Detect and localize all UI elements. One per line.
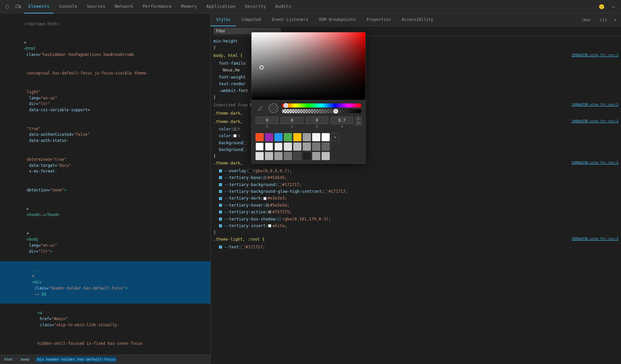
color-preview[interactable] [268, 103, 278, 113]
html-line-selected[interactable]: ... <div class="header-holder has-defaul… [0, 261, 210, 304]
hue-thumb[interactable] [284, 103, 288, 108]
tertiary-invert-checkbox[interactable] [219, 224, 222, 228]
swatch[interactable] [265, 133, 273, 141]
hue-slider[interactable] [282, 103, 361, 108]
swatch[interactable] [312, 152, 320, 160]
device-icon[interactable] [13, 2, 23, 11]
color-gradient[interactable] [252, 32, 365, 100]
html-line[interactable]: <body lang="en-us" dir="ltr"> [0, 224, 210, 261]
html-line[interactable]: <head>…</head> [0, 200, 210, 224]
tertiary-bg-glow-checkbox[interactable] [219, 190, 222, 193]
swatch[interactable] [322, 143, 330, 151]
swatch[interactable] [312, 133, 320, 141]
swatch[interactable] [284, 133, 292, 141]
text-var-checkbox[interactable] [219, 245, 222, 249]
css-source2[interactable]: 2d9bb338.site-ltr.css:2 [572, 118, 618, 124]
tertiary-invert-swatch[interactable] [268, 224, 271, 228]
html-line[interactable]: <html class="hasSidebar hasPageActions h… [0, 33, 210, 64]
tertiary-bg-glow-swatch[interactable] [324, 190, 327, 193]
tertiary-box-shadow-swatch[interactable] [278, 217, 281, 221]
add-swatch[interactable]: + [331, 133, 339, 141]
alpha-slider[interactable] [282, 109, 361, 113]
swatch[interactable] [312, 143, 320, 151]
tab-accessibility[interactable]: Accessibility [396, 13, 439, 26]
swatch[interactable] [293, 133, 301, 141]
cls-button[interactable]: .cls [595, 17, 609, 23]
spinner-down[interactable]: ▼ [355, 121, 361, 125]
tab-properties[interactable]: Properties [361, 13, 396, 26]
html-line[interactable]: conceptual has-default-focus js-focus-vi… [0, 64, 210, 83]
swatch[interactable] [274, 143, 283, 151]
color-swatch[interactable] [233, 127, 237, 131]
swatch[interactable] [293, 143, 301, 151]
swatch[interactable] [293, 152, 301, 160]
tertiary-dark-checkbox[interactable] [219, 197, 222, 200]
alpha-thumb[interactable] [333, 109, 338, 114]
swatch[interactable] [284, 143, 292, 151]
overlay-swatch[interactable] [248, 169, 252, 173]
tertiary-bg-checkbox[interactable] [219, 183, 222, 186]
tab-network[interactable]: Network [111, 0, 137, 13]
html-line[interactable]: hidden-until-focused is-fixed has-inner-… [0, 334, 210, 353]
tab-console[interactable]: Console [55, 0, 82, 13]
breadcrumb-div[interactable]: div.header-holder.has-default-focus [36, 357, 117, 362]
tab-application[interactable]: Application [202, 0, 239, 13]
swatch[interactable] [256, 133, 264, 141]
hov-button[interactable]: :hov [579, 17, 593, 23]
html-line[interactable]: <!doctype html> [0, 15, 210, 33]
css-source[interactable]: 2d9bb338.site-ltr.css:2 [572, 52, 618, 58]
tertiary-dark-swatch[interactable] [263, 197, 267, 200]
tertiary-active-checkbox[interactable] [219, 210, 222, 214]
more-menu-icon[interactable]: ⋯ [609, 2, 618, 11]
text-var-swatch[interactable] [241, 245, 245, 249]
color-swatch[interactable] [233, 134, 237, 138]
css-source4[interactable]: 2d9bb338.site-ltr.css:2 [572, 236, 618, 242]
cursor-icon[interactable]: ⬡ [3, 2, 12, 11]
html-line[interactable]: determined="true" data-target="docs" x-m… [0, 150, 210, 181]
g-input[interactable] [280, 117, 303, 124]
b-input[interactable] [305, 117, 328, 124]
breadcrumb-html[interactable]: html [3, 357, 14, 362]
swatch[interactable] [256, 143, 264, 151]
tab-memory[interactable]: Memory [177, 0, 201, 13]
tertiary-bg-swatch[interactable] [278, 183, 281, 186]
emoji-icon[interactable]: 🙂 [597, 2, 606, 11]
tab-event-listeners[interactable]: Event Listeners [266, 13, 314, 26]
swatch[interactable] [322, 133, 330, 141]
html-line[interactable]: detection="none"> [0, 181, 210, 200]
css-source[interactable]: 2d9bb338.site-ltr.css:2 [572, 102, 618, 108]
swatch[interactable] [265, 143, 273, 151]
swatch[interactable] [303, 143, 311, 151]
tab-performance[interactable]: Performance [139, 0, 176, 13]
swatch[interactable] [265, 152, 273, 160]
add-rule-button[interactable]: + [612, 17, 618, 23]
css-source3[interactable]: 2d9bb338.site-ltr.css:2 [572, 160, 618, 165]
color-swatch[interactable] [243, 141, 246, 145]
tertiary-active-swatch[interactable] [268, 210, 271, 214]
swatch[interactable] [284, 152, 292, 160]
tab-styles[interactable]: Styles [211, 13, 236, 26]
tertiary-hover-checkbox[interactable] [219, 204, 222, 207]
color-swatch[interactable] [243, 148, 246, 151]
tab-security[interactable]: Security [241, 0, 270, 13]
overlay-checkbox[interactable] [219, 169, 222, 173]
swatch[interactable] [303, 152, 311, 160]
eyedropper-button[interactable] [256, 103, 265, 113]
html-line[interactable]: <a href="#main" class="skip-to-main-link… [0, 304, 210, 334]
swatch[interactable] [274, 152, 283, 160]
tab-elements[interactable]: Elements [24, 0, 54, 13]
tertiary-box-shadow-checkbox[interactable] [219, 217, 222, 221]
breadcrumb-body[interactable]: body [19, 357, 31, 362]
swatch[interactable] [322, 152, 330, 160]
a-input[interactable] [330, 117, 353, 124]
tertiary-hover-swatch[interactable] [266, 204, 269, 207]
tab-dom-breakpoints[interactable]: DOM Breakpoints [314, 13, 361, 26]
tertiary-base-checkbox[interactable] [219, 176, 222, 179]
spinner-up[interactable]: ▲ [355, 117, 361, 121]
r-input[interactable] [256, 117, 278, 124]
tab-audits[interactable]: Audits [271, 0, 295, 13]
tab-sources[interactable]: Sources [83, 0, 109, 13]
swatch[interactable] [274, 133, 283, 141]
html-line[interactable]: "true" data-authenticated="false" data-a… [0, 120, 210, 150]
tab-computed[interactable]: Computed [236, 13, 266, 26]
